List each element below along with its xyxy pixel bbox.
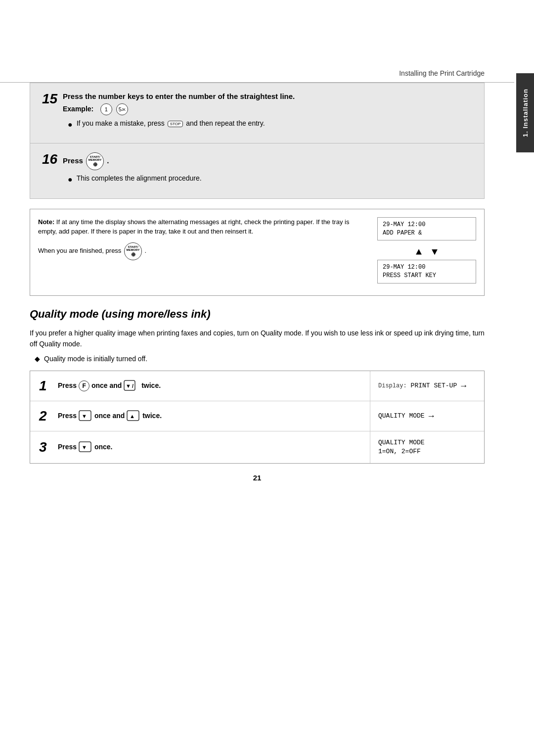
display-value-3: QUALITY MODE1=ON, 2=OFF <box>378 438 425 456</box>
nav-key-up-2: ▲ <box>127 410 140 422</box>
diamond-text: Quality mode is initially turned off. <box>44 355 147 363</box>
quality-step-2-right: QUALITY MODE → <box>370 401 484 431</box>
quality-step-1-instruction: Press F once and ▼ / twice. <box>58 380 161 392</box>
svg-text:▲: ▲ <box>130 413 135 419</box>
stop-key: STOP <box>168 121 183 128</box>
quality-step-3-row: 3 Press ▼ once. QUALITY MODE1=ON, 2=O <box>30 431 484 463</box>
side-tab-label: 1. Installation <box>522 89 529 137</box>
section-heading: Quality mode (using more/less ink) <box>30 308 485 321</box>
key-f-btn: F <box>79 380 89 391</box>
note-right: 29-MAY 12:00 ADD PAPER & ▲ ▼ 29-MAY 12:0… <box>377 217 476 287</box>
quality-step-1-number: 1 <box>39 378 53 394</box>
side-tab: 1. Installation <box>516 73 534 152</box>
display-value-2: QUALITY MODE <box>378 412 425 421</box>
display-label-1: Display: <box>378 382 407 389</box>
svg-text:▼: ▼ <box>82 413 87 419</box>
nav-key-down-3: ▼ <box>79 441 92 453</box>
nav-up-icon-2: ▲ <box>127 410 140 422</box>
diamond-icon: ◆ <box>35 355 40 363</box>
diamond-bullet: ◆ Quality mode is initially turned off. <box>35 355 485 363</box>
quality-step-3-number: 3 <box>39 439 53 455</box>
main-content: 15 Press the number keys to enter the nu… <box>0 83 514 492</box>
display-msg-1: 29-MAY 12:00 ADD PAPER & <box>377 217 476 241</box>
step-16-title: Press START/ MEMORY ⊕ . <box>63 152 472 170</box>
note-finished: When you are finished, press START/ MEMO… <box>38 242 367 260</box>
step-16-content: Press START/ MEMORY ⊕ . ● This completes… <box>63 152 472 185</box>
nav-key-down-2: ▼ <box>79 410 92 422</box>
note-text: Note: If at any time the display shows t… <box>38 217 367 236</box>
section-desc: If you prefer a higher quality image whe… <box>30 328 485 350</box>
note-box: Note: If at any time the display shows t… <box>30 209 485 296</box>
svg-text:▼: ▼ <box>126 383 131 389</box>
nav-down-icon-3: ▼ <box>79 441 92 453</box>
nav-key-down-slash: ▼ / <box>124 380 139 392</box>
arrow-right-1: → <box>461 381 466 391</box>
step-15-example: Example: 1 5JK <box>63 103 472 115</box>
quality-step-3-left: 3 Press ▼ once. <box>30 431 370 463</box>
quality-steps-table: 1 Press F once and ▼ / twice. <box>30 371 485 464</box>
page-container: 1. Installation Installing the Print Car… <box>0 0 534 756</box>
step-16-box: 16 Press START/ MEMORY ⊕ . ● This comple… <box>30 143 485 198</box>
nav-down-icon-2: ▼ <box>79 410 92 422</box>
step-15-title: Press the number keys to enter the numbe… <box>63 92 472 100</box>
header-title: Installing the Print Cartridge <box>399 69 485 77</box>
display-value-1: PRINT SET-UP <box>411 381 457 390</box>
quality-step-2-instruction: Press ▼ once and ▲ <box>58 410 162 422</box>
step-15-box: 15 Press the number keys to enter the nu… <box>30 83 485 143</box>
start-memory-key: START/ MEMORY ⊕ <box>86 152 104 170</box>
note-body: If at any time the display shows the alt… <box>38 218 349 236</box>
arrow-right-2: → <box>429 411 434 421</box>
quality-step-1-left: 1 Press F once and ▼ / twice. <box>30 371 370 401</box>
note-bold-label: Note: <box>38 218 54 226</box>
quality-step-2-row: 2 Press ▼ once and <box>30 401 484 431</box>
page-number: 21 <box>30 464 485 492</box>
step-15-bullet: ● If you make a mistake, press STOP and … <box>68 119 472 130</box>
quality-step-1-right: Display: PRINT SET-UP → <box>370 371 484 401</box>
key-5: 5JK <box>116 103 128 115</box>
arrows-row: ▲ ▼ <box>377 244 476 260</box>
svg-text:/: / <box>132 383 134 389</box>
step-16-number: 16 <box>42 152 58 166</box>
display-msg-2: 29-MAY 12:00 PRESS START KEY <box>377 260 476 284</box>
arrow-up: ▲ <box>416 246 422 258</box>
quality-step-3-instruction: Press ▼ once. <box>58 441 113 453</box>
quality-step-2-left: 2 Press ▼ once and <box>30 401 370 431</box>
example-label: Example: <box>63 105 93 113</box>
arrow-down: ▼ <box>432 246 438 258</box>
step-15-number: 15 <box>42 92 58 106</box>
key-1: 1 <box>100 103 112 115</box>
step-16-bullet: ● This completes the alignment procedure… <box>68 174 472 185</box>
quality-step-1-row: 1 Press F once and ▼ / twice. <box>30 371 484 401</box>
step-15-bullet-text: If you make a mistake, press STOP and th… <box>77 119 265 127</box>
page-header: Installing the Print Cartridge <box>0 0 514 83</box>
step-15-content: Press the number keys to enter the numbe… <box>63 92 472 130</box>
quality-step-2-number: 2 <box>39 408 53 424</box>
step-16-bullet-text: This completes the alignment procedure. <box>77 174 202 182</box>
note-start-key: START/ MEMORY ⊕ <box>124 242 142 260</box>
note-left: Note: If at any time the display shows t… <box>38 217 367 287</box>
svg-text:▼: ▼ <box>82 444 87 450</box>
nav-down-slash-icon: ▼ / <box>124 380 139 392</box>
quality-step-3-right: QUALITY MODE1=ON, 2=OFF <box>370 431 484 463</box>
